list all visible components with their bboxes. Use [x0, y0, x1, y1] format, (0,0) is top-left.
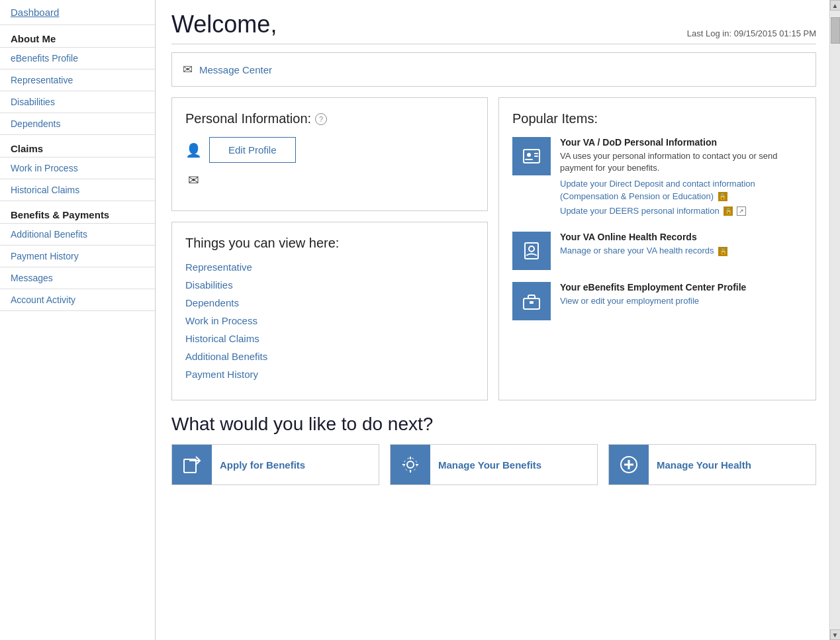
svg-rect-3: [534, 153, 538, 154]
lock-icon-2: 🔒: [723, 206, 733, 216]
card-manage-health[interactable]: Manage Your Health: [608, 444, 816, 485]
personal-info-email-row: ✉: [185, 172, 474, 188]
envelope-icon: ✉: [183, 62, 193, 77]
card-apply-benefits[interactable]: Apply for Benefits: [171, 444, 379, 485]
next-section: What would you like to do next? Apply fo…: [171, 414, 816, 485]
popular-item-employment: Your eBenefits Employment Center Profile…: [512, 282, 802, 320]
va-dod-icon: [512, 137, 551, 175]
scroll-up-arrow[interactable]: ▲: [830, 0, 841, 11]
view-link-dependents[interactable]: Dependents: [185, 297, 474, 308]
welcome-title: Welcome,: [171, 11, 277, 38]
personal-info-label: Personal Information:: [185, 111, 311, 126]
sidebar-item-dependents[interactable]: Dependents: [0, 113, 155, 135]
apply-benefits-icon: [172, 445, 212, 484]
deers-link[interactable]: Update your DEERS personal information 🔒…: [560, 205, 802, 217]
sidebar-item-payment-history[interactable]: Payment History: [0, 246, 155, 267]
health-records-icon: [512, 232, 551, 270]
message-center-link[interactable]: Message Center: [199, 64, 272, 75]
employment-icon: [512, 282, 551, 320]
sidebar-item-representative[interactable]: Representative: [0, 69, 155, 91]
external-link-icon: ↗: [737, 206, 746, 216]
employment-title: Your eBenefits Employment Center Profile: [560, 282, 746, 293]
apply-benefits-label: Apply for Benefits: [212, 454, 313, 476]
sidebar-item-disabilities[interactable]: Disabilities: [0, 91, 155, 113]
sidebar-item-messages[interactable]: Messages: [0, 267, 155, 289]
popular-item-va-dod: Your VA / DoD Personal Information VA us…: [512, 137, 802, 220]
sidebar-item-additional-benefits[interactable]: Additional Benefits: [0, 224, 155, 246]
manage-benefits-icon: [391, 445, 430, 484]
va-dod-content: Your VA / DoD Personal Information VA us…: [560, 137, 802, 220]
sidebar-item-account-activity[interactable]: Account Activity: [0, 289, 155, 311]
svg-point-12: [404, 458, 417, 471]
view-link-additional-benefits[interactable]: Additional Benefits: [185, 351, 474, 362]
sidebar-item-ebenefits-profile[interactable]: eBenefits Profile: [0, 48, 155, 69]
view-here-box: Things you can view here: Representative…: [171, 222, 488, 400]
va-dod-title: Your VA / DoD Personal Information: [560, 137, 802, 148]
svg-rect-8: [530, 301, 534, 304]
sidebar-group-about-me: About Me: [0, 25, 155, 48]
view-link-disabilities[interactable]: Disabilities: [185, 279, 474, 291]
employment-link[interactable]: View or edit your employment profile: [560, 295, 746, 307]
message-center-box: ✉ Message Center: [171, 52, 816, 87]
svg-rect-4: [534, 156, 538, 157]
next-section-title: What would you like to do next?: [171, 414, 816, 435]
card-manage-benefits[interactable]: Manage Your Benefits: [390, 444, 598, 485]
health-records-content: Your VA Online Health Records Manage or …: [560, 232, 727, 259]
page-header: Welcome, Last Log in: 09/15/2015 01:15 P…: [171, 0, 816, 44]
svg-point-1: [527, 153, 531, 157]
view-link-work-in-process[interactable]: Work in Process: [185, 315, 474, 326]
two-column-section: Personal Information: ? 👤 Edit Profile ✉…: [171, 97, 816, 400]
lock-icon-3: 🔒: [718, 247, 727, 256]
last-login-text: Last Log in: 09/15/2015 01:15 PM: [687, 28, 816, 38]
scrollbar-thumb[interactable]: [831, 17, 840, 44]
sidebar-group-benefits-payments: Benefits & Payments: [0, 201, 155, 224]
personal-info-box: Personal Information: ? 👤 Edit Profile ✉: [171, 97, 488, 211]
popular-item-health-records: Your VA Online Health Records Manage or …: [512, 232, 802, 270]
edit-profile-button[interactable]: Edit Profile: [209, 137, 296, 163]
sidebar-item-work-in-process[interactable]: Work in Process: [0, 158, 155, 179]
lock-icon: 🔒: [718, 192, 727, 201]
direct-deposit-link[interactable]: Update your Direct Deposit and contact i…: [560, 178, 802, 202]
personal-info-title: Personal Information: ?: [185, 111, 474, 126]
sidebar-item-dashboard[interactable]: Dashboard: [0, 0, 155, 25]
employment-content: Your eBenefits Employment Center Profile…: [560, 282, 746, 310]
sidebar-item-historical-claims[interactable]: Historical Claims: [0, 179, 155, 201]
view-link-historical-claims[interactable]: Historical Claims: [185, 333, 474, 344]
scrollbar[interactable]: ▲ ▼: [829, 0, 840, 640]
manage-health-icon: [609, 445, 649, 484]
view-link-representative[interactable]: Representative: [185, 261, 474, 273]
scroll-down-arrow[interactable]: ▼: [830, 629, 841, 640]
user-icon: 👤: [185, 142, 201, 158]
sidebar: Dashboard About Me eBenefits Profile Rep…: [0, 0, 156, 640]
manage-health-label: Manage Your Health: [649, 454, 759, 476]
help-icon[interactable]: ?: [315, 113, 327, 125]
svg-point-11: [407, 461, 414, 468]
main-content: Welcome, Last Log in: 09/15/2015 01:15 P…: [156, 0, 829, 640]
manage-benefits-label: Manage Your Benefits: [430, 454, 549, 476]
bottom-cards: Apply for Benefits Manage Your Benefits: [171, 444, 816, 485]
popular-items-title: Popular Items:: [512, 111, 802, 126]
health-records-link[interactable]: Manage or share your VA health records 🔒: [560, 245, 727, 257]
svg-rect-2: [525, 159, 533, 160]
va-dod-desc: VA uses your personal information to con…: [560, 150, 802, 174]
sidebar-group-claims: Claims: [0, 135, 155, 158]
popular-items-box: Popular Items: Your VA / DoD Personal In…: [498, 97, 816, 400]
view-here-title: Things you can view here:: [185, 236, 474, 251]
scrollbar-track[interactable]: [831, 11, 840, 629]
view-link-payment-history[interactable]: Payment History: [185, 369, 474, 380]
health-records-title: Your VA Online Health Records: [560, 232, 727, 242]
svg-point-6: [529, 246, 534, 251]
personal-info-user-row: 👤 Edit Profile: [185, 137, 474, 163]
email-icon: ✉: [185, 172, 201, 188]
